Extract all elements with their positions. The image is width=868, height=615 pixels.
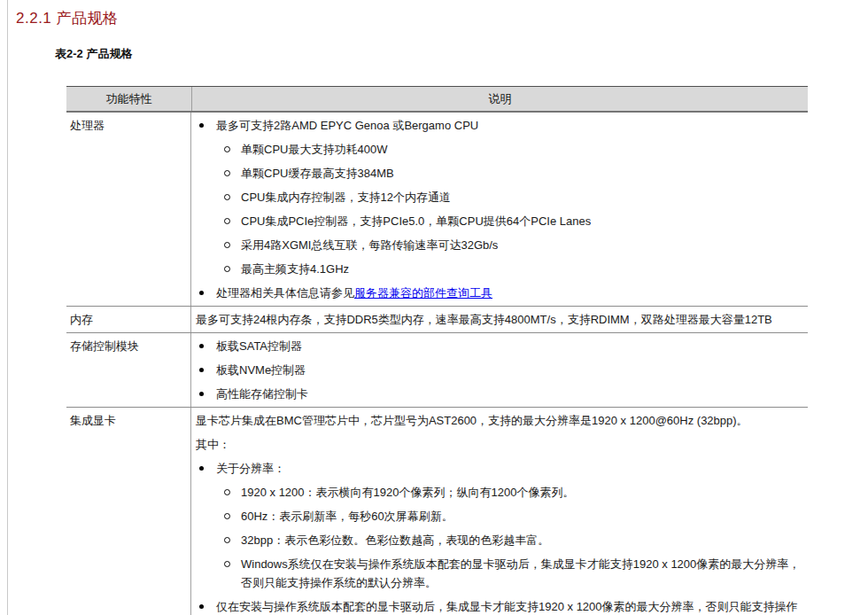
parts-query-link[interactable]: 服务器兼容的部件查询工具 <box>354 286 492 300</box>
description-cell: 最多可支持2路AMD EPYC Genoa 或Bergamo CPU单颗CPU最… <box>191 113 808 306</box>
page-left-border <box>7 0 8 615</box>
feature-cell: 存储控制模块 <box>66 333 191 407</box>
list-item: 高性能存储控制卡 <box>191 385 806 403</box>
bullet-dot <box>199 344 204 348</box>
list-item: CPU集成内存控制器，支持12个内存通道 <box>191 188 806 206</box>
level1-bullet-icon <box>199 116 216 135</box>
table-row: 存储控制模块板载SATA控制器板载NVMe控制器高性能存储控制卡 <box>66 333 808 408</box>
level1-bullet-icon <box>199 361 216 379</box>
list-item: 处理器相关具体信息请参见服务器兼容的部件查询工具 <box>191 284 806 302</box>
product-spec-table: 功能特性 说明 处理器最多可支持2路AMD EPYC Genoa 或Bergam… <box>66 86 808 615</box>
level2-bullet-icon <box>224 531 241 549</box>
level2-bullet-icon <box>224 140 241 159</box>
list-item: 最高主频支持4.1GHz <box>191 260 806 278</box>
bullet-circle <box>224 170 230 176</box>
feature-cell: 集成显卡 <box>66 408 191 615</box>
level1-bullet-icon <box>199 337 216 355</box>
bullet-dot <box>199 604 204 609</box>
bullet-circle <box>224 218 230 224</box>
level2-bullet-icon <box>224 164 241 183</box>
list-item: 1920 x 1200：表示横向有1920个像素列；纵向有1200个像素列。 <box>191 483 806 502</box>
item-text: 1920 x 1200：表示横向有1920个像素列；纵向有1200个像素列。 <box>241 483 806 502</box>
bullet-dot <box>199 123 204 128</box>
list-item: 最多可支持24根内存条，支持DDR5类型内存，速率最高支持4800MT/s，支持… <box>191 310 806 329</box>
bullet-circle <box>224 146 230 152</box>
level2-bullet-icon <box>224 212 241 230</box>
item-text: Windows系统仅在安装与操作系统版本配套的显卡驱动后，集成显卡才能支持192… <box>241 555 806 592</box>
description-cell: 显卡芯片集成在BMC管理芯片中，芯片型号为AST2600，支持的最大分辨率是19… <box>191 408 808 615</box>
item-text: 处理器相关具体信息请参见服务器兼容的部件查询工具 <box>216 284 806 302</box>
item-text: 最多可支持2路AMD EPYC Genoa 或Bergamo CPU <box>216 116 806 135</box>
list-item: 采用4路XGMI总线互联，每路传输速率可达32Gb/s <box>191 236 806 254</box>
list-item: 最多可支持2路AMD EPYC Genoa 或Bergamo CPU <box>191 116 806 135</box>
level1-bullet-icon <box>199 597 216 615</box>
list-item: 板载SATA控制器 <box>191 337 806 355</box>
description-cell: 最多可支持24根内存条，支持DDR5类型内存，速率最高支持4800MT/s，支持… <box>191 307 808 332</box>
list-item: 板载NVMe控制器 <box>191 361 806 379</box>
bullet-circle <box>224 489 230 495</box>
item-text: 高性能存储控制卡 <box>216 385 806 403</box>
list-item: 显卡芯片集成在BMC管理芯片中，芯片型号为AST2600，支持的最大分辨率是19… <box>191 411 806 430</box>
list-item: 60Hz：表示刷新率，每秒60次屏幕刷新。 <box>191 507 806 525</box>
list-item: 单颗CPU缓存最高支持384MB <box>191 164 806 183</box>
table-row: 处理器最多可支持2路AMD EPYC Genoa 或Bergamo CPU单颗C… <box>66 113 808 307</box>
item-text: 单颗CPU缓存最高支持384MB <box>241 164 806 183</box>
header-cell-feature: 功能特性 <box>66 87 192 111</box>
bullet-circle <box>224 561 230 567</box>
item-text: 最高主频支持4.1GHz <box>241 260 806 278</box>
item-text: 其中： <box>196 435 806 454</box>
bullet-dot <box>199 466 204 471</box>
list-item: 关于分辨率： <box>191 459 806 478</box>
description-cell: 板载SATA控制器板载NVMe控制器高性能存储控制卡 <box>191 333 808 407</box>
table-row: 内存最多可支持24根内存条，支持DDR5类型内存，速率最高支持4800MT/s，… <box>66 307 808 333</box>
item-text: 仅在安装与操作系统版本配套的显卡驱动后，集成显卡才能支持1920 x 1200像… <box>216 597 806 615</box>
list-item: 32bpp：表示色彩位数。色彩位数越高，表现的色彩越丰富。 <box>191 531 806 549</box>
list-item: 其中： <box>191 435 806 454</box>
bullet-circle <box>224 537 230 543</box>
level2-bullet-icon <box>224 236 241 254</box>
item-text: 板载SATA控制器 <box>216 337 806 355</box>
table-header-row: 功能特性 说明 <box>66 86 808 113</box>
level1-bullet-icon <box>199 385 216 403</box>
level1-bullet-icon <box>199 459 216 478</box>
item-text: 显卡芯片集成在BMC管理芯片中，芯片型号为AST2600，支持的最大分辨率是19… <box>196 411 806 430</box>
level2-bullet-icon <box>224 507 241 525</box>
table-body: 处理器最多可支持2路AMD EPYC Genoa 或Bergamo CPU单颗C… <box>66 113 808 615</box>
list-item: Windows系统仅在安装与操作系统版本配套的显卡驱动后，集成显卡才能支持192… <box>191 555 806 592</box>
item-text: 32bpp：表示色彩位数。色彩位数越高，表现的色彩越丰富。 <box>241 531 806 549</box>
list-item: 仅在安装与操作系统版本配套的显卡驱动后，集成显卡才能支持1920 x 1200像… <box>191 597 806 615</box>
list-item: CPU集成PCIe控制器，支持PCIe5.0，单颗CPU提供64个PCIe La… <box>191 212 806 230</box>
item-text: 单颗CPU最大支持功耗400W <box>241 140 806 159</box>
item-text: 60Hz：表示刷新率，每秒60次屏幕刷新。 <box>241 507 806 525</box>
table-caption: 表2-2 产品规格 <box>55 46 868 62</box>
item-text: CPU集成PCIe控制器，支持PCIe5.0，单颗CPU提供64个PCIe La… <box>241 212 806 230</box>
level2-bullet-icon <box>224 260 241 278</box>
item-text: 最多可支持24根内存条，支持DDR5类型内存，速率最高支持4800MT/s，支持… <box>196 310 806 329</box>
level1-bullet-icon <box>199 284 216 302</box>
table-row: 集成显卡显卡芯片集成在BMC管理芯片中，芯片型号为AST2600，支持的最大分辨… <box>66 408 808 615</box>
item-text: 关于分辨率： <box>216 459 806 478</box>
bullet-dot <box>199 392 204 396</box>
level2-bullet-icon <box>224 188 241 206</box>
bullet-circle <box>224 194 230 200</box>
item-text: 板载NVMe控制器 <box>216 361 806 379</box>
feature-cell: 处理器 <box>66 113 191 306</box>
bullet-circle <box>224 266 230 272</box>
level2-bullet-icon <box>224 483 241 502</box>
section-heading: 2.2.1 产品规格 <box>16 8 868 28</box>
bullet-circle <box>224 242 230 248</box>
header-cell-description: 说明 <box>192 87 808 111</box>
bullet-dot <box>199 291 204 295</box>
bullet-circle <box>224 513 230 519</box>
list-item: 单颗CPU最大支持功耗400W <box>191 140 806 159</box>
feature-cell: 内存 <box>66 307 191 332</box>
item-text: CPU集成内存控制器，支持12个内存通道 <box>241 188 806 206</box>
level2-bullet-icon <box>224 555 241 573</box>
bullet-dot <box>199 368 204 372</box>
item-text: 采用4路XGMI总线互联，每路传输速率可达32Gb/s <box>241 236 806 254</box>
